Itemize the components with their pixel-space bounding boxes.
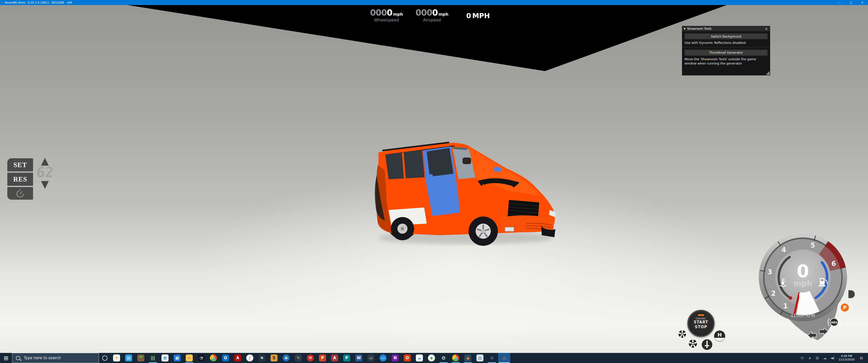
taskbar-search[interactable]: [12, 353, 99, 363]
monitor-app-icon[interactable]: ▭: [365, 353, 377, 363]
windows-taskbar: ⊞ ✦▤▀|||⊞▦▬◔●OA♪✖S⊕✎⚒PAPW▭▭NO☁◆⚙●◕▤☉∴ ⚇ …: [0, 353, 868, 363]
x-app-icon: ✖: [258, 355, 266, 362]
file-explorer-icon: ▬: [186, 355, 193, 362]
acrobat-icon[interactable]: A: [231, 353, 244, 363]
showroom-tools-header[interactable]: ▼ Showroom Tools ×: [682, 26, 770, 31]
minimize-button[interactable]: ─: [834, 0, 845, 5]
gear-indicator: N: [798, 291, 808, 304]
monitor-app-icon: ▭: [367, 355, 374, 362]
h-shifter-button[interactable]: H: [714, 330, 726, 342]
microsoft-store-icon[interactable]: ⊞: [159, 353, 171, 363]
zoom-search-icon: ⊕: [283, 355, 290, 362]
tool-app-icon[interactable]: ⚒: [304, 353, 316, 363]
start-label: START: [694, 320, 708, 325]
cruise-res-button[interactable]: RES: [7, 173, 33, 186]
engine-start-stop-button[interactable]: ENGINE START STOP: [687, 310, 715, 337]
notepad-icon[interactable]: ▤: [474, 353, 486, 363]
cortana-icon: [102, 356, 107, 361]
itunes-icon[interactable]: ♪: [244, 353, 256, 363]
search-icon: [16, 356, 20, 360]
itunes-icon: ♪: [246, 355, 253, 362]
powerpoint-icon: P: [319, 355, 326, 362]
close-button[interactable]: ×: [857, 0, 868, 5]
sonos-icon[interactable]: S: [268, 353, 280, 363]
collapse-icon[interactable]: ▼: [684, 28, 686, 30]
chrome-profile-icon[interactable]: ●: [450, 353, 462, 363]
switch-background-button[interactable]: Switch Background: [685, 33, 768, 39]
sims-icon: ◆: [428, 355, 435, 362]
clock-time: 4:09 PM: [837, 355, 856, 358]
switch-background-note: Use with Dynamic Reflections disabled: [685, 41, 768, 45]
tray-chevron-icon[interactable]: ∧: [806, 353, 813, 363]
cruise-down-arrow[interactable]: ▼: [36, 179, 54, 189]
airspeed-unit: mph: [438, 12, 448, 16]
icloud-icon[interactable]: ☁: [413, 353, 426, 363]
clock-date: 11/13/2020: [837, 358, 856, 362]
cruise-gauge-button[interactable]: [7, 187, 33, 200]
display-app-icon[interactable]: ▤: [123, 353, 135, 363]
network-icon[interactable]: ⊡: [813, 353, 821, 363]
remote-desktop-icon[interactable]: ▭: [377, 353, 389, 363]
cruise-control-cluster: SET RES ▲ 62 ▼: [6, 156, 54, 207]
airspeed-readout: 0000mph Airspeed: [414, 8, 450, 23]
sims-icon[interactable]: ◆: [426, 353, 437, 363]
start-button[interactable]: ⊞: [0, 353, 12, 363]
settings-icon[interactable]: ⚙: [437, 353, 450, 363]
utility-app-icon[interactable]: ✦: [111, 353, 123, 363]
thumbnail-generator-button[interactable]: Thumbnail Generator: [685, 50, 768, 56]
tach-number-1: 1: [783, 302, 788, 310]
blender-icon[interactable]: ◕: [462, 353, 474, 363]
shifter-button[interactable]: [702, 339, 713, 350]
volume-icon[interactable]: ◄): [829, 353, 836, 363]
beamng-icon: ∴: [501, 355, 508, 362]
beamng-icon[interactable]: ∴: [498, 353, 510, 363]
design-app-icon[interactable]: ✎: [292, 353, 304, 363]
taskbar-clock[interactable]: 4:09 PM 11/13/2020: [837, 355, 856, 362]
audio-app-icon[interactable]: |||: [147, 353, 159, 363]
cortana-button[interactable]: [99, 353, 111, 363]
speed-readout: 0MPH: [466, 12, 490, 20]
zoom-search-icon[interactable]: ⊕: [280, 353, 292, 363]
outlook-icon[interactable]: O: [219, 353, 231, 363]
minecraft-icon[interactable]: ▀: [135, 353, 147, 363]
people-icon[interactable]: ⚇: [798, 353, 806, 363]
panel-resize-handle[interactable]: [766, 71, 770, 75]
cruise-speedometer-icon: [15, 188, 25, 198]
publisher-icon[interactable]: P: [341, 353, 353, 363]
cruise-set-button[interactable]: SET: [7, 158, 33, 171]
chrome-icon[interactable]: ●: [208, 353, 219, 363]
showroom-car: [365, 127, 561, 246]
file-explorer-icon[interactable]: ▬: [183, 353, 195, 363]
panel-close-icon[interactable]: ×: [764, 27, 768, 31]
x-app-icon[interactable]: ✖: [256, 353, 268, 363]
wheel-button-2[interactable]: [687, 337, 699, 350]
speedtest-icon[interactable]: ◔: [195, 353, 208, 363]
action-center-icon[interactable]: ⊟: [857, 353, 866, 363]
office-icon[interactable]: O: [401, 353, 413, 363]
engine-button-indicator: [698, 315, 704, 316]
tachometer-gauge: 1 2 3 4 5 6: [756, 225, 859, 349]
word-icon[interactable]: W: [353, 353, 365, 363]
search-input[interactable]: [23, 356, 90, 361]
word-icon: W: [355, 355, 362, 362]
steam-icon[interactable]: ☉: [486, 353, 498, 363]
showroom-scene: 0000mph Wheelspeed 0000mph Airspeed 0MPH…: [0, 5, 868, 353]
title-bar: ∴ BeamNG.drive - 0.20.2.0.10611 - RELEAS…: [0, 0, 868, 5]
publisher-icon: P: [343, 355, 350, 362]
wheel-button-1[interactable]: [677, 328, 688, 339]
gauge-speed-unit: mph: [794, 279, 812, 288]
thumbnail-generator-note: Move the 'Showroom Tools' outside the ga…: [685, 57, 768, 66]
access-icon: A: [331, 355, 338, 362]
onedrive-icon[interactable]: ☁: [821, 353, 829, 363]
onenote-icon[interactable]: N: [389, 353, 401, 363]
icloud-icon: ☁: [416, 355, 423, 362]
abs-label: ABS: [831, 321, 837, 324]
tach-number-4: 4: [781, 246, 786, 254]
maximize-button[interactable]: □: [845, 0, 857, 5]
calendar-icon[interactable]: ▦: [171, 353, 183, 363]
notepad-icon: ▤: [476, 355, 484, 362]
powerpoint-icon[interactable]: P: [316, 353, 329, 363]
access-icon[interactable]: A: [329, 353, 341, 363]
gauge-speed-value: 0: [797, 261, 809, 282]
wheelspeed-leading-zeros: 000: [370, 8, 387, 18]
